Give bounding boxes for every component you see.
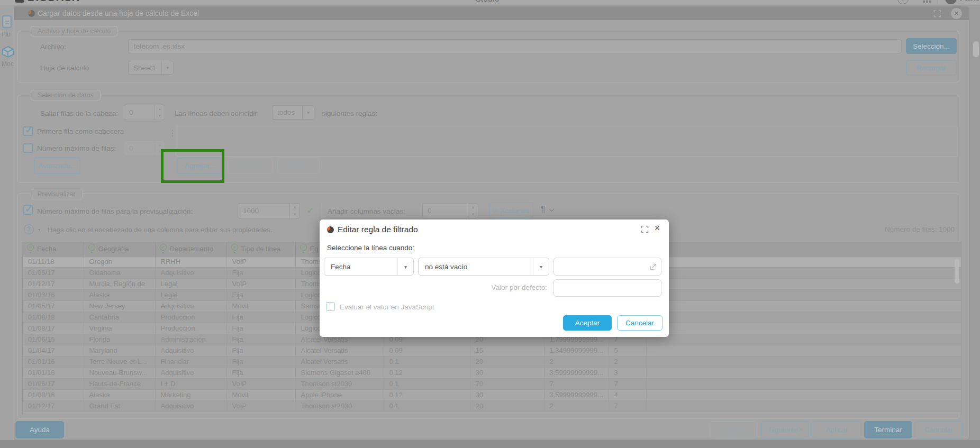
help-button[interactable]: Ayuda: [15, 421, 64, 438]
wizard-cancel-button[interactable]: Cancelar: [915, 421, 963, 438]
table-cell: 7: [609, 400, 646, 412]
page-scrollbar-thumb[interactable]: [973, 41, 979, 57]
accept-button[interactable]: Aceptar: [563, 315, 612, 331]
file-input[interactable]: telecom_es.xlsx: [128, 39, 902, 53]
stepper-arrows[interactable]: ▲ ▼: [289, 204, 300, 218]
controls-divider: [321, 203, 321, 218]
next-button[interactable]: Siguiente>: [761, 421, 809, 438]
apply-check-icon[interactable]: ✓: [307, 206, 314, 215]
table-cell: Grand Est: [84, 400, 155, 412]
sheet-select[interactable]: Sheet1 ▾: [128, 61, 174, 75]
file-sheet-section: Archivo y hoja de cálculo Archivo: telec…: [17, 31, 959, 83]
max-rows-checkbox[interactable]: [23, 143, 33, 153]
column-header[interactable]: ✓▾Geografía: [84, 242, 155, 256]
skip-rows-label: Saltar filas de la cabeza:: [40, 109, 118, 117]
table-cell: Thomson st2030: [295, 378, 384, 389]
empty-cols-stepper[interactable]: 0 ▲ ▼: [422, 203, 478, 218]
finish-button[interactable]: Terminar: [864, 421, 912, 438]
hint-caret-icon[interactable]: ▾: [38, 227, 40, 232]
row-count: Número de filas: 1000: [885, 225, 955, 233]
table-row[interactable]: 01/01/16Nouveau-Brunsw...AdquisitivoFija…: [23, 367, 961, 378]
table-cell: 3: [609, 367, 646, 378]
stepper-value: 1000: [238, 204, 289, 218]
button-label: Avanzado...: [38, 162, 76, 170]
modal-maximize-icon[interactable]: [641, 225, 649, 233]
caret-down-icon: ▾: [397, 258, 413, 275]
table-cell: [646, 278, 961, 289]
table-row[interactable]: 01/01/16Terre-Neuve-et-L...FinanciarFija…: [23, 356, 961, 367]
sidebar-item-models[interactable]: Moc: [2, 45, 14, 68]
skip-rows-stepper[interactable]: 0 ▲ ▼: [124, 105, 165, 120]
match-select-value: todos: [273, 106, 302, 119]
stepper-down-icon[interactable]: ▼: [468, 211, 478, 218]
table-cell: Virginia: [84, 323, 155, 334]
table-cell: Fija: [226, 323, 295, 334]
first-row-header-checkbox[interactable]: ✓: [23, 126, 33, 136]
maximize-icon[interactable]: [933, 10, 941, 17]
modal-cancel-button[interactable]: Cancelar: [617, 315, 663, 331]
evaluate-js-checkbox: [326, 302, 335, 311]
close-icon[interactable]: ×: [951, 8, 962, 19]
stepper-up-icon[interactable]: ▲: [155, 105, 165, 113]
table-cell: [646, 334, 961, 345]
table-cell: 0.09: [384, 345, 470, 356]
stepper-down-icon[interactable]: ▼: [290, 211, 300, 218]
avatar[interactable]: [945, 0, 957, 4]
table-cell: Florida: [84, 334, 155, 345]
table-cell: 30: [470, 389, 544, 400]
help-icon[interactable]: ?: [897, 0, 909, 4]
sheet-label: Hoja de cálculo: [40, 64, 89, 72]
stepper-arrows[interactable]: ▲ ▼: [468, 204, 478, 218]
stepper-arrows[interactable]: ▲ ▼: [155, 105, 165, 120]
expand-editor-icon[interactable]: [650, 263, 657, 270]
table-cell: VoIP: [226, 400, 295, 412]
stepper-up-icon[interactable]: ▲: [468, 204, 478, 211]
table-cell: VoIP: [226, 256, 295, 267]
table-cell: Móvil: [226, 300, 295, 312]
table-row[interactable]: 01/08/16AlaskaMárketingMóvilApple iPhone…: [23, 389, 961, 400]
field-select[interactable]: Fecha ▾: [324, 258, 414, 276]
caret-down-icon: ▾: [161, 61, 173, 74]
table-row[interactable]: 01/12/17Grand EstAdquisitivoVoIPThomson …: [23, 400, 961, 412]
edit-rule-button: Edición...: [228, 158, 273, 174]
button-label: <Anterior: [719, 426, 748, 434]
table-row[interactable]: 01/06/17Hauts-de-FranceI + DVoIPThomson …: [23, 378, 961, 389]
value-input[interactable]: [553, 258, 661, 276]
column-header[interactable]: ✓▾Tipo de línea: [226, 242, 295, 256]
apps-grid-icon[interactable]: [923, 0, 931, 3]
column-header[interactable]: ✓▾Departamento: [155, 242, 226, 256]
sidebar-item-flows[interactable]: Flu: [2, 15, 12, 38]
table-cell: Cantabria: [84, 312, 155, 323]
formatting-marks-button[interactable]: ¶: [541, 205, 553, 214]
apply-button[interactable]: Aplicar: [812, 421, 861, 438]
logo-cube-icon: [15, 0, 24, 3]
topbar-divider: [938, 0, 938, 4]
section-legend: Selección de datos: [31, 90, 101, 100]
app-logo[interactable]: BIGDASH: [15, 0, 80, 4]
advanced-button[interactable]: Avanzado...: [34, 158, 80, 174]
stepper-down-icon[interactable]: ▼: [155, 113, 165, 120]
table-cell: 01/06/15: [23, 334, 84, 345]
default-value-input[interactable]: [553, 279, 661, 297]
column-check-icon: ✓▾: [231, 244, 238, 254]
table-row[interactable]: 01/04/17MarylandAdquisitivoFijaAlcatel V…: [23, 345, 961, 356]
column-header[interactable]: ✓▾Fecha: [23, 242, 84, 256]
operator-select[interactable]: no está vacío ▾: [418, 258, 549, 276]
filter-rules-list[interactable]: [176, 126, 958, 157]
reload-button[interactable]: Recargar: [906, 60, 957, 75]
previous-button: <Anterior: [710, 421, 757, 438]
preview-max-checkbox[interactable]: ✓: [23, 205, 33, 215]
sidebar-item-label: Moc: [2, 60, 14, 68]
evaluate-js-label: Evaluar el valor en JavaScript: [340, 303, 434, 311]
table-scrollbar-thumb[interactable]: [955, 259, 959, 284]
modal-close-icon[interactable]: ×: [652, 223, 663, 234]
user-name[interactable]: Pablo: [960, 0, 980, 2]
drag-handle-icon[interactable]: ⋮: [168, 131, 177, 136]
hint-help-icon[interactable]: ?: [24, 224, 34, 234]
preview-max-stepper[interactable]: 1000 ▲ ▼: [238, 203, 300, 218]
match-select[interactable]: todos ▾: [272, 105, 314, 120]
file-select-button[interactable]: Selección...: [906, 38, 957, 54]
table-cell: 01/12/17: [23, 400, 84, 412]
actions-button[interactable]: Acciones: [489, 203, 533, 218]
stepper-up-icon[interactable]: ▲: [290, 204, 300, 211]
